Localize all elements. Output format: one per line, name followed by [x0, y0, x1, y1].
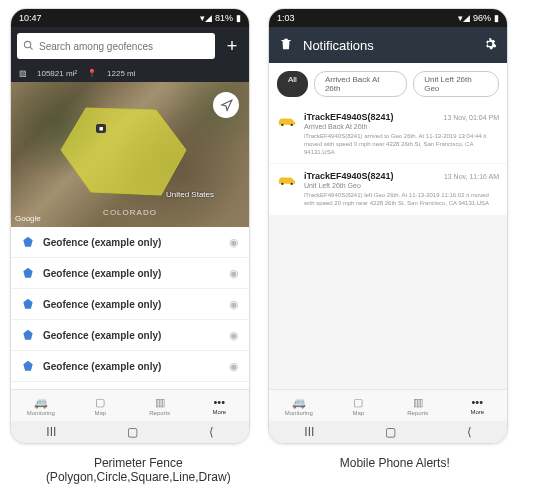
geofence-item[interactable]: Geofence (example only) ◉: [11, 258, 249, 289]
polygon-icon: [21, 297, 35, 311]
geofence-name: Geofence (example only): [43, 237, 221, 248]
notification-time: 13 Nov, 11:16 AM: [444, 173, 499, 180]
home-icon[interactable]: ▢: [127, 425, 138, 439]
status-time: 1:03: [277, 13, 295, 23]
recent-apps-icon[interactable]: III: [46, 425, 56, 439]
nav-monitoring[interactable]: 🚐Monitoring: [11, 390, 71, 421]
svg-point-10: [291, 183, 293, 185]
geofence-item[interactable]: Geofence (example only) ◉: [11, 351, 249, 382]
visibility-off-icon[interactable]: ◉: [229, 236, 239, 249]
caption-right: Mobile Phone Alerts!: [275, 456, 515, 484]
search-icon: [23, 37, 34, 55]
notification-item[interactable]: iTrackEF4940S(8241) 13 Nov, 01:04 PM Arr…: [269, 105, 507, 163]
filter-left[interactable]: Unit Left 26th Geo: [413, 71, 499, 97]
polygon-icon: [21, 266, 35, 280]
geofence-name: Geofence (example only): [43, 299, 221, 310]
search-input[interactable]: [39, 41, 209, 52]
notification-detail: iTrackEF4940S(8241) left Geo 26th. At 11…: [304, 192, 499, 208]
battery-text: 81%: [215, 13, 233, 23]
polygon-icon: [21, 328, 35, 342]
filter-arrived[interactable]: Arrived Back At 26th: [314, 71, 407, 97]
search-header: +: [11, 27, 249, 65]
wifi-icon: ▾◢: [458, 13, 470, 23]
nav-reports[interactable]: ▥Reports: [388, 390, 448, 421]
svg-point-0: [24, 41, 30, 47]
svg-point-8: [291, 124, 293, 126]
notification-item[interactable]: iTrackEF4940S(8241) 13 Nov, 11:16 AM Uni…: [269, 164, 507, 215]
map-icon: ▢: [95, 396, 105, 409]
svg-point-9: [281, 183, 283, 185]
pin-icon: 📍: [87, 69, 97, 78]
search-box[interactable]: [17, 33, 215, 59]
svg-marker-1: [61, 108, 186, 195]
nav-map[interactable]: ▢Map: [71, 390, 131, 421]
device-name: iTrackEF4940S(8241): [304, 112, 394, 122]
geofence-name: Geofence (example only): [43, 330, 221, 341]
bottom-nav: 🚐Monitoring ▢Map ▥Reports •••More: [269, 389, 507, 421]
geofence-item[interactable]: Geofence (example only) ◉: [11, 289, 249, 320]
nav-reports[interactable]: ▥Reports: [130, 390, 190, 421]
geofence-name: Geofence (example only): [43, 361, 221, 372]
more-icon: •••: [213, 396, 225, 408]
nav-more[interactable]: •••More: [448, 390, 508, 421]
svg-marker-6: [23, 361, 32, 371]
status-bar: 10:47 ▾◢ 81% ▮: [11, 9, 249, 27]
caption-left: Perimeter Fence (Polygon,Circle,Square,L…: [18, 456, 258, 484]
gear-icon[interactable]: [483, 37, 497, 54]
polygon-icon: [21, 359, 35, 373]
svg-marker-5: [23, 330, 32, 340]
geofence-list: Geofence (example only) ◉ Geofence (exam…: [11, 227, 249, 389]
svg-marker-4: [23, 299, 32, 309]
home-icon[interactable]: ▢: [385, 425, 396, 439]
area-value: 105821 mi²: [37, 69, 77, 78]
visibility-off-icon[interactable]: ◉: [229, 329, 239, 342]
notification-time: 13 Nov, 01:04 PM: [443, 114, 499, 121]
region-label: United States: [166, 190, 214, 199]
perimeter-value: 1225 mi: [107, 69, 135, 78]
filter-all[interactable]: All: [277, 71, 308, 97]
trash-icon[interactable]: [279, 37, 293, 54]
map-marker[interactable]: ■: [96, 124, 106, 133]
reports-icon: ▥: [155, 396, 165, 409]
nav-monitoring[interactable]: 🚐Monitoring: [269, 390, 329, 421]
geofence-item[interactable]: Geofence (example only) ◉: [11, 320, 249, 351]
compass-button[interactable]: [213, 92, 239, 118]
polygon-icon: [21, 235, 35, 249]
page-title: Notifications: [303, 38, 473, 53]
battery-text: 96%: [473, 13, 491, 23]
recent-apps-icon[interactable]: III: [304, 425, 314, 439]
monitoring-icon: 🚐: [292, 396, 306, 409]
vehicle-icon: [277, 173, 297, 187]
svg-point-7: [281, 124, 283, 126]
wifi-icon: ▾◢: [200, 13, 212, 23]
status-bar: 1:03 ▾◢ 96% ▮: [269, 9, 507, 27]
filter-chips: All Arrived Back At 26th Unit Left 26th …: [269, 63, 507, 105]
nav-map[interactable]: ▢Map: [329, 390, 389, 421]
phone-notifications: 1:03 ▾◢ 96% ▮ Notifications All Arrived …: [268, 8, 508, 444]
event-type: Arrived Back At 26th: [304, 123, 499, 130]
bottom-nav: 🚐Monitoring ▢Map ▥Reports •••More: [11, 389, 249, 421]
map-icon: ▢: [353, 396, 363, 409]
status-time: 10:47: [19, 13, 42, 23]
system-nav: III ▢ ⟨: [11, 421, 249, 443]
back-icon[interactable]: ⟨: [209, 425, 214, 439]
notification-detail: iTrackEF4940S(8241) arrived to Geo 26th.…: [304, 133, 499, 156]
notifications-header: Notifications: [269, 27, 507, 63]
system-nav: III ▢ ⟨: [269, 421, 507, 443]
more-icon: •••: [471, 396, 483, 408]
svg-marker-3: [23, 268, 32, 278]
vehicle-icon: [277, 114, 297, 128]
geofence-item[interactable]: Geofence (example only) ◉: [11, 227, 249, 258]
visibility-off-icon[interactable]: ◉: [229, 298, 239, 311]
battery-icon: ▮: [236, 13, 241, 23]
nav-more[interactable]: •••More: [190, 390, 250, 421]
add-button[interactable]: +: [221, 36, 243, 57]
visibility-off-icon[interactable]: ◉: [229, 267, 239, 280]
reports-icon: ▥: [413, 396, 423, 409]
back-icon[interactable]: ⟨: [467, 425, 472, 439]
map-view[interactable]: ■ United States COLORADO Google: [11, 82, 249, 227]
map-attribution: Google: [15, 214, 41, 223]
stats-bar: ▨ 105821 mi² 📍 1225 mi: [11, 65, 249, 82]
monitoring-icon: 🚐: [34, 396, 48, 409]
visibility-off-icon[interactable]: ◉: [229, 360, 239, 373]
